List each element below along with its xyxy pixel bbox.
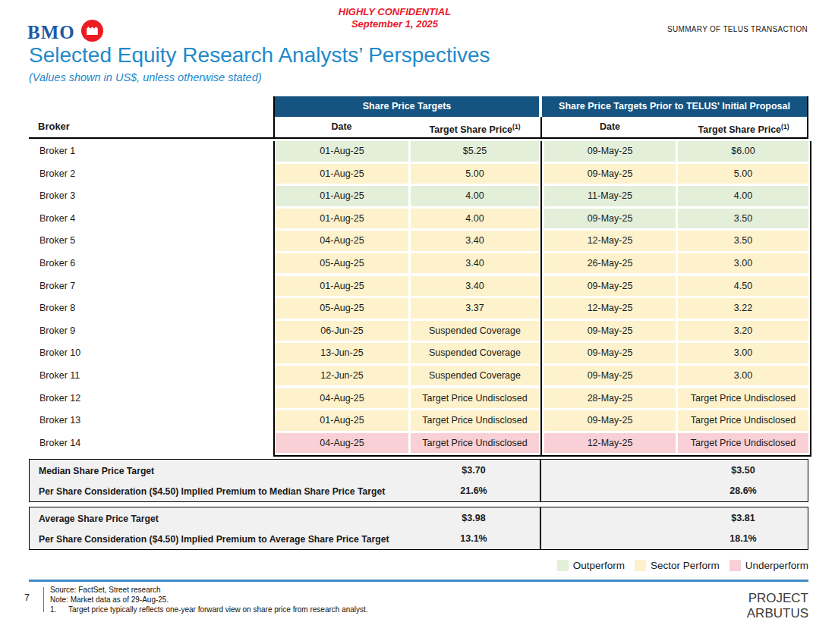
summary-row: Per Share Consideration ($4.50) Implied … (30, 481, 808, 501)
footnote-1: 1.Target price typically reflects one-ye… (50, 605, 368, 615)
table-row: Broker 10 13-Jun-25 Suspended Coverage 0… (275, 343, 810, 366)
table-row: Broker 8 05-Aug-25 3.37 12-May-25 3.22 (275, 298, 810, 321)
footnote-marker: (1) (512, 123, 520, 130)
broker-name: Broker 12 (39, 388, 260, 409)
page-title: Selected Equity Research Analysts’ Persp… (29, 43, 490, 68)
slide: HIGHLY CONFIDENTIAL September 1, 2025 SU… (0, 0, 835, 644)
prior-date-header: Date (544, 117, 676, 137)
current-date-cell: 01-Aug-25 (276, 276, 408, 297)
current-date-cell: 01-Aug-25 (276, 186, 408, 206)
confidential-stamp: HIGHLY CONFIDENTIAL September 1, 2025 (243, 6, 547, 30)
median-current-value: $3.70 (379, 460, 569, 481)
median-label: Median Share Price Target (30, 466, 154, 476)
summary-tag: SUMMARY OF TELUS TRANSACTION (667, 25, 808, 33)
broker-name: Broker 7 (39, 276, 260, 297)
prior-date-cell: 09-May-25 (544, 164, 676, 184)
prior-date-cell: 09-May-25 (544, 410, 676, 431)
broker-name: Broker 14 (39, 433, 260, 454)
legend-label: Underperform (745, 560, 808, 571)
current-date-cell: 01-Aug-25 (276, 141, 408, 162)
current-date-cell: 12-Jun-25 (276, 366, 408, 386)
prior-date-cell: 11-May-25 (544, 186, 676, 206)
prior-target-cell: 3.00 (678, 366, 808, 386)
table-row: Broker 4 01-Aug-25 4.00 09-May-25 3.50 (275, 209, 810, 231)
current-target-cell: 4.00 (411, 186, 539, 206)
broker-name: Broker 1 (39, 141, 260, 162)
current-target-cell: 3.40 (411, 231, 539, 251)
broker-name: Broker 3 (39, 186, 260, 206)
prior-date-cell: 12-May-25 (544, 433, 676, 454)
footer-divider (43, 587, 44, 612)
table-row: Broker 2 01-Aug-25 5.00 09-May-25 5.00 (275, 164, 810, 187)
current-date-header: Date (275, 117, 408, 137)
prior-date-cell: 09-May-25 (544, 209, 676, 229)
legend-label: Sector Perform (651, 560, 720, 571)
broker-name: Broker 6 (39, 253, 260, 274)
source-note: Source: FactSet, Street research (50, 586, 368, 595)
table-row: Broker 14 04-Aug-25 Target Price Undiscl… (275, 433, 810, 456)
header-divider-line (29, 137, 808, 139)
footnote-number: 1. (50, 605, 68, 615)
footer-rule (29, 580, 808, 582)
prior-target-cell: Target Price Undisclosed (678, 410, 808, 431)
prior-target-cell: Target Price Undisclosed (678, 388, 808, 409)
rating-legend: Outperform Sector Perform Underperform (557, 560, 808, 571)
table-row: Broker 9 06-Jun-25 Suspended Coverage 09… (275, 321, 810, 344)
current-date-cell: 05-Aug-25 (276, 298, 408, 319)
average-prior-value: $3.81 (648, 508, 835, 529)
prior-date-cell: 09-May-25 (544, 141, 676, 162)
bmo-logo: BMO (27, 20, 103, 45)
project-line2: ARBUTUS (747, 606, 808, 621)
legend-item-underperform: Underperform (729, 560, 808, 571)
confidential-line1: HIGHLY CONFIDENTIAL (243, 6, 547, 18)
prior-date-cell: 09-May-25 (544, 321, 676, 341)
current-target-cell: Suspended Coverage (411, 343, 539, 363)
legend-label: Outperform (573, 560, 625, 571)
prior-target-header: Target Share Price(1) (677, 117, 810, 137)
footnote-text: Target price typically reflects one-year… (68, 605, 368, 614)
prior-date-cell: 12-May-25 (544, 298, 676, 319)
project-codename: PROJECT ARBUTUS (747, 591, 808, 621)
broker-name: Broker 8 (39, 298, 260, 319)
median-premium-current-value: 21.6% (379, 481, 569, 501)
bmo-wordmark: BMO (27, 22, 75, 43)
group-header-current: Share Price Targets (273, 96, 539, 117)
prior-target-cell: 3.00 (678, 253, 808, 274)
table-row: Broker 7 01-Aug-25 3.40 09-May-25 4.50 (275, 276, 810, 299)
confidential-line2: September 1, 2025 (243, 18, 547, 30)
average-current-value: $3.98 (379, 508, 569, 529)
current-target-cell: 3.37 (411, 298, 539, 319)
broker-name: Broker 4 (39, 209, 260, 229)
average-premium-label: Per Share Consideration ($4.50) Implied … (30, 534, 389, 545)
median-premium-label: Per Share Consideration ($4.50) Implied … (30, 486, 385, 497)
page-number: 7 (24, 592, 30, 603)
market-data-note: Note: Market data as of 29-Aug-25. (50, 595, 368, 605)
current-date-cell: 01-Aug-25 (276, 164, 408, 184)
median-prior-value: $3.50 (648, 460, 835, 481)
prior-date-cell: 12-May-25 (544, 231, 676, 251)
prior-target-cell: 3.20 (678, 321, 808, 341)
average-summary-box: Average Share Price Target $3.98 $3.81 P… (29, 507, 808, 550)
broker-column-header: Broker (38, 121, 70, 132)
underperform-swatch-icon (729, 560, 741, 571)
prior-date-cell: 26-May-25 (544, 253, 676, 274)
broker-name: Broker 5 (39, 231, 260, 251)
bmo-roundel-icon (81, 20, 103, 45)
current-target-cell: Suspended Coverage (411, 366, 539, 386)
current-date-cell: 13-Jun-25 (276, 343, 408, 363)
legend-item-outperform: Outperform (557, 560, 625, 571)
legend-item-sector-perform: Sector Perform (635, 560, 720, 571)
broker-name: Broker 2 (39, 164, 260, 184)
summary-row: Average Share Price Target $3.98 $3.81 (30, 508, 808, 529)
current-target-cell: 3.40 (411, 276, 539, 297)
current-target-cell: 4.00 (411, 209, 539, 229)
prior-target-cell: 4.00 (678, 186, 808, 206)
current-target-cell: Target Price Undisclosed (411, 388, 539, 409)
table-row: Broker 1 01-Aug-25 $5.25 09-May-25 $6.00 (275, 141, 810, 164)
broker-table: Broker 1 01-Aug-25 $5.25 09-May-25 $6.00… (273, 141, 811, 457)
prior-target-cell: 3.22 (678, 298, 808, 319)
prior-date-cell: 09-May-25 (544, 366, 676, 386)
current-date-cell: 04-Aug-25 (276, 433, 408, 454)
table-row: Broker 12 04-Aug-25 Target Price Undiscl… (275, 388, 810, 411)
current-target-cell: $5.25 (411, 141, 539, 162)
